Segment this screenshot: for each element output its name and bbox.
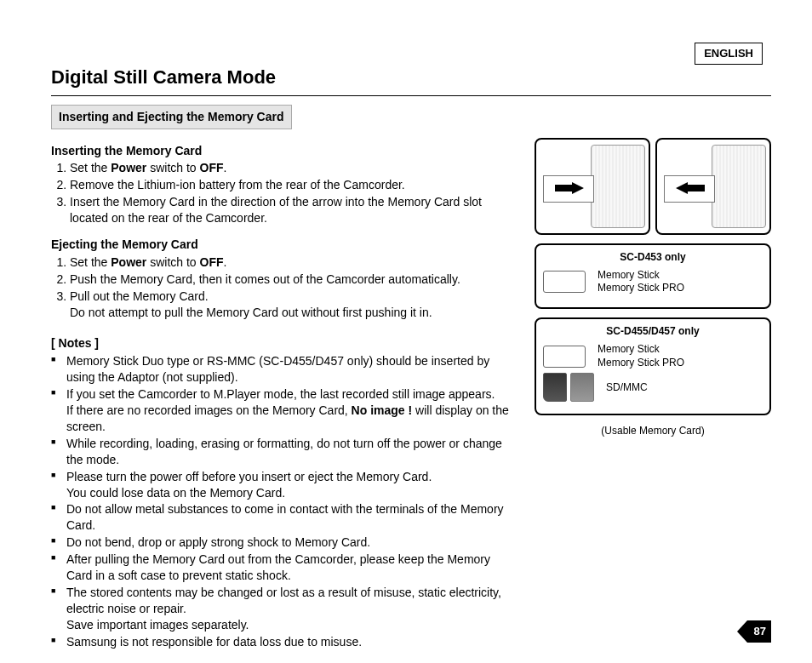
- text: switch to: [146, 255, 199, 269]
- model-d455-d457-box: SC-D455/D457 only Memory Stick Memory St…: [535, 317, 771, 415]
- text: The stored contents may be changed or lo…: [66, 586, 501, 615]
- list-item: The stored contents may be changed or lo…: [51, 585, 519, 633]
- ejecting-steps: Set the Power switch to OFF. Push the Me…: [51, 254, 519, 321]
- text: Set the: [70, 161, 111, 174]
- list-item: Set the Power switch to OFF.: [70, 254, 519, 271]
- insert-figure: [535, 138, 650, 235]
- text: .: [224, 161, 227, 174]
- text: Set the: [70, 255, 111, 269]
- list-item: If you set the Camcorder to M.Player mod…: [51, 386, 519, 435]
- ejecting-heading: Ejecting the Memory Card: [51, 237, 519, 253]
- usable-caption: (Usable Memory Card): [535, 424, 771, 437]
- text: SD/MMC: [606, 381, 648, 393]
- notes-heading: [ Notes ]: [51, 335, 519, 352]
- bold-text: OFF: [200, 255, 224, 269]
- media-text: Memory Stick Memory Stick PRO: [598, 269, 684, 295]
- sd-card-icon: [543, 373, 567, 402]
- list-item: Samsung is not responsible for data loss…: [51, 634, 519, 650]
- bold-text: Power: [111, 255, 146, 269]
- inserting-heading: Inserting the Memory Card: [51, 143, 519, 159]
- list-item: After pulling the Memory Card out from t…: [51, 552, 519, 584]
- text: Memory Stick: [598, 343, 660, 355]
- list-item: Do not allow metal substances to come in…: [51, 501, 519, 534]
- main-text-column: Inserting the Memory Card Set the Power …: [51, 138, 519, 651]
- media-text: SD/MMC: [606, 381, 648, 395]
- list-item: Pull out the Memory Card. Do not attempt…: [70, 289, 519, 321]
- svg-marker-1: [676, 182, 705, 194]
- list-item: Remove the Lithium-ion battery from the …: [70, 177, 519, 193]
- text: Memory Stick: [598, 269, 660, 281]
- mmc-card-icon: [570, 373, 594, 402]
- page-title: Digital Still Camera Mode: [51, 65, 771, 90]
- list-item: Do not bend, drop or apply strong shock …: [51, 534, 519, 551]
- text: You could lose data on the Memory Card.: [66, 486, 285, 500]
- text: Memory Stick PRO: [598, 357, 684, 369]
- title-rule: [51, 95, 771, 96]
- list-item: Set the Power switch to OFF.: [70, 160, 519, 176]
- text: Memory Stick PRO: [598, 282, 684, 294]
- page-number: 87: [754, 624, 766, 639]
- text: Save important images separately.: [66, 618, 249, 632]
- bold-text: No image !: [352, 403, 413, 417]
- text: Do not attempt to pull the Memory Card o…: [70, 306, 432, 319]
- text: If you set the Camcorder to M.Player mod…: [66, 387, 495, 401]
- list-item: Please turn the power off before you ins…: [51, 469, 519, 501]
- camcorder-illustration: [591, 145, 645, 228]
- list-item: While recording, loading, erasing or for…: [51, 436, 519, 468]
- inserting-steps: Set the Power switch to OFF. Remove the …: [51, 160, 519, 226]
- camcorder-illustration: [712, 145, 766, 228]
- svg-marker-0: [555, 182, 584, 194]
- text: switch to: [146, 161, 199, 174]
- arrow-right-icon: [555, 182, 584, 194]
- list-item: Insert the Memory Card in the direction …: [70, 194, 519, 226]
- notes-list: Memory Stick Duo type or RS-MMC (SC-D455…: [51, 353, 519, 649]
- list-item: Push the Memory Card, then it comes out …: [70, 271, 519, 288]
- text: Please turn the power off before you ins…: [66, 470, 432, 483]
- arrow-left-icon: [676, 182, 705, 194]
- model-d455-title: SC-D455/D457 only: [543, 324, 763, 338]
- language-label: ENGLISH: [695, 43, 763, 65]
- bold-text: OFF: [200, 161, 224, 174]
- memory-stick-icon: [543, 346, 586, 368]
- figure-column: SC-D453 only Memory Stick Memory Stick P…: [535, 138, 771, 651]
- media-text: Memory Stick Memory Stick PRO: [598, 343, 684, 369]
- text: Pull out the Memory Card.: [70, 289, 209, 303]
- model-d453-box: SC-D453 only Memory Stick Memory Stick P…: [535, 243, 771, 309]
- model-d453-title: SC-D453 only: [543, 250, 763, 264]
- memory-stick-icon: [543, 271, 586, 293]
- section-subtitle: Inserting and Ejecting the Memory Card: [51, 105, 292, 129]
- eject-figure: [655, 138, 771, 235]
- bold-text: Power: [111, 161, 146, 174]
- text: If there are no recorded images on the M…: [66, 403, 352, 417]
- list-item: Memory Stick Duo type or RS-MMC (SC-D455…: [51, 353, 519, 386]
- page-number-badge: 87: [737, 620, 771, 643]
- text: .: [224, 255, 227, 269]
